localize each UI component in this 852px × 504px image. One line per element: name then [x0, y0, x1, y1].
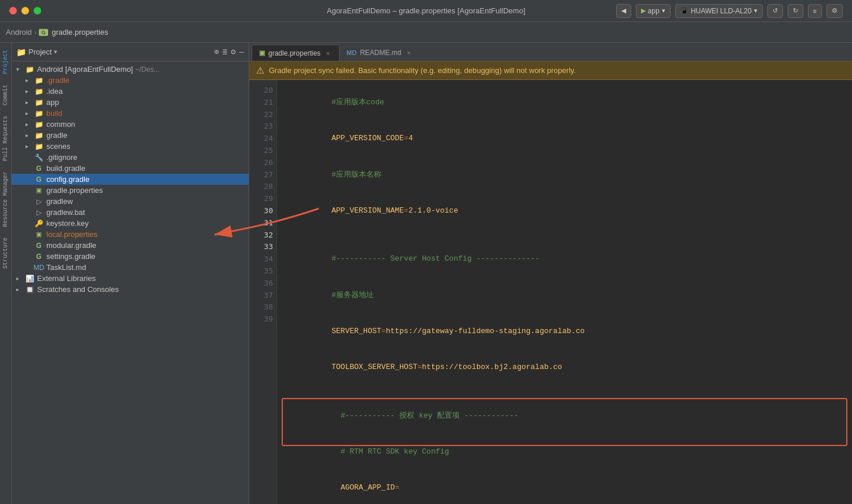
- refresh-button[interactable]: ↺: [767, 4, 783, 18]
- val-23: 2.1.0-voice: [409, 206, 458, 215]
- comment-26: #服务器地址: [332, 291, 374, 300]
- maximize-window-button[interactable]: [34, 7, 41, 14]
- filter-button[interactable]: ⚙: [231, 47, 235, 57]
- tree-item-gradle-dir[interactable]: ▸ 📁 .gradle: [12, 75, 249, 86]
- tree-item-gradlew[interactable]: ▸ ▷ gradlew: [12, 196, 249, 207]
- comment-22: #应用版本名称: [332, 170, 381, 179]
- collapse-all-button[interactable]: ≣: [223, 47, 227, 57]
- line-num-22: 22: [253, 109, 273, 121]
- sidebar-item-resource-manager[interactable]: Resource Manager: [1, 167, 10, 232]
- line-num-23: 23: [253, 120, 273, 133]
- tree-item-external-libs[interactable]: ▸ 📊 External Libraries: [12, 273, 249, 284]
- locate-file-button[interactable]: ⊕: [214, 47, 219, 57]
- tree-item-build[interactable]: ▸ 📁 build: [12, 108, 249, 119]
- tab-close-gradle[interactable]: ×: [324, 49, 332, 57]
- tree-item-local-props[interactable]: ▸ ▣ local.properties: [12, 229, 249, 240]
- tab-close-readme[interactable]: ×: [405, 49, 413, 57]
- tree-arrow-root: ▾: [16, 66, 24, 72]
- val-27: https://gateway-fulldemo-staging.agorala…: [386, 327, 585, 335]
- key-32: AGORA_APP_ID: [341, 483, 395, 492]
- sidebar-item-commit[interactable]: Commit: [1, 80, 10, 110]
- tree-item-gitignore[interactable]: ▸ 🔧 .gitignore: [12, 152, 249, 163]
- settings-gradle-icon: G: [34, 253, 44, 261]
- line-num-27: 27: [253, 169, 273, 181]
- editor-area: ▣ gradle.properties × MD README.md × ⚠ G…: [249, 43, 852, 504]
- dropdown-icon: ▾: [662, 7, 665, 14]
- app-dir-label: app: [46, 98, 59, 107]
- minimize-window-button[interactable]: [21, 7, 29, 14]
- breadcrumb-file[interactable]: gradle.properties: [52, 28, 108, 36]
- root-label: Android [AgoraEntFullDemo]: [37, 65, 133, 74]
- tree-item-gradle-folder[interactable]: ▸ 📁 gradle: [12, 130, 249, 141]
- sidebar-item-pull-requests[interactable]: Pull Requests: [1, 111, 10, 166]
- refresh2-button[interactable]: ↻: [788, 4, 803, 18]
- tree-item-modular-gradle[interactable]: ▸ G modular.gradle: [12, 240, 249, 251]
- run-config-selector[interactable]: ▶ app ▾: [636, 4, 671, 18]
- device-selector[interactable]: 📱 HUAWEI LLD-AL20 ▾: [675, 4, 763, 18]
- tree-arrow-scratches: ▸: [16, 286, 24, 293]
- toolbar-right: ◀ ▶ app ▾ 📱 HUAWEI LLD-AL20 ▾ ↺ ↻ ≡ ⚙: [616, 4, 843, 18]
- key-27: SERVER_HOST: [332, 327, 381, 335]
- tree-item-app[interactable]: ▸ 📁 app: [12, 97, 249, 108]
- android-folder-icon: 📁: [24, 65, 35, 74]
- gradle-button[interactable]: ≡: [808, 4, 822, 18]
- breadcrumb-android[interactable]: Android: [6, 28, 32, 36]
- tree-item-gradlew-bat[interactable]: ▸ ▷ gradlew.bat: [12, 207, 249, 218]
- tasklist-icon: MD: [34, 264, 44, 272]
- code-line-31: # RTM RTC SDK key Config: [286, 434, 843, 470]
- gradlew-bat-label: gradlew.bat: [46, 208, 85, 217]
- eq-28: =: [417, 363, 422, 371]
- line-num-24: 24: [253, 133, 273, 145]
- line-num-35: 35: [253, 265, 273, 277]
- modular-gradle-icon: G: [34, 242, 44, 250]
- tree-item-config-gradle[interactable]: ▸ G config.gradle: [12, 174, 249, 185]
- file-tree-body: ▾ 📁 Android [AgoraEntFullDemo] ~/Des... …: [12, 61, 249, 504]
- idea-dir-icon: 📁: [34, 87, 44, 96]
- tree-item-root[interactable]: ▾ 📁 Android [AgoraEntFullDemo] ~/Des...: [12, 64, 249, 75]
- eq-32: =: [395, 483, 399, 492]
- line-numbers: 20 21 22 23 24 25 26 27 28 29 30 31 32 3…: [249, 80, 277, 504]
- gradlew-icon: ▷: [34, 198, 44, 206]
- device-dropdown-icon: ▾: [754, 7, 758, 14]
- code-editor[interactable]: 20 21 22 23 24 25 26 27 28 29 30 31 32 3…: [249, 80, 852, 504]
- tree-item-idea[interactable]: ▸ 📁 .idea: [12, 86, 249, 97]
- gradle-props-label: gradle.properties: [46, 186, 103, 195]
- code-line-23: APP_VERSION_NAME=2.1.0-voice: [286, 193, 843, 229]
- gradle-file-icon: G: [39, 29, 48, 36]
- code-content[interactable]: #应用版本code APP_VERSION_CODE=4 #应用版本名称 APP…: [277, 80, 852, 504]
- sidebar-item-project[interactable]: Project: [1, 45, 10, 79]
- highlight-region: #----------- 授权 key 配置项 ------------ # R…: [286, 398, 843, 504]
- tree-arrow-gradle: ▸: [26, 77, 34, 83]
- tab-readme-label: README.md: [360, 49, 401, 57]
- titlebar: AgoraEntFullDemo – gradle.properties [Ag…: [0, 0, 852, 22]
- gradle-props-icon: ▣: [34, 187, 44, 195]
- window-controls[interactable]: [9, 7, 41, 14]
- ext-libs-icon: 📊: [24, 275, 35, 283]
- close-window-button[interactable]: [9, 7, 17, 14]
- back-button[interactable]: ◀: [616, 4, 631, 18]
- line-num-36: 36: [253, 277, 273, 290]
- eq-23: =: [404, 206, 409, 215]
- tree-item-gradle-properties[interactable]: ▸ ▣ gradle.properties: [12, 185, 249, 196]
- tree-item-common[interactable]: ▸ 📁 common: [12, 119, 249, 130]
- tree-item-keystore[interactable]: ▸ 🔑 keystore.key: [12, 218, 249, 229]
- sidebar-item-structure[interactable]: Structure: [1, 233, 10, 273]
- common-dir-label: common: [46, 120, 75, 129]
- settings-button[interactable]: ⚙: [826, 4, 843, 18]
- line-num-20: 20: [253, 85, 273, 97]
- code-line-26: #服务器地址: [286, 277, 843, 313]
- close-panel-button[interactable]: —: [239, 48, 244, 57]
- settings-gradle-label: settings.gradle: [46, 252, 96, 261]
- tree-item-settings-gradle[interactable]: ▸ G settings.gradle: [12, 251, 249, 262]
- build-dir-label: build: [46, 109, 62, 118]
- tree-item-scratches[interactable]: ▸ 🔲 Scratches and Consoles: [12, 284, 249, 295]
- tree-item-scenes[interactable]: ▸ 📁 scenes: [12, 141, 249, 152]
- line-num-34: 34: [253, 253, 273, 265]
- dropdown-arrow[interactable]: ▾: [54, 48, 57, 56]
- gradle-dir-icon: 📁: [34, 76, 44, 85]
- tree-item-build-gradle[interactable]: ▸ G build.gradle: [12, 163, 249, 174]
- tab-readme[interactable]: MD README.md ×: [340, 45, 420, 61]
- tree-item-tasklist[interactable]: ▸ MD TaskList.md: [12, 262, 249, 273]
- tab-gradle-properties[interactable]: ▣ gradle.properties ×: [252, 45, 340, 61]
- scenes-dir-label: scenes: [46, 142, 70, 151]
